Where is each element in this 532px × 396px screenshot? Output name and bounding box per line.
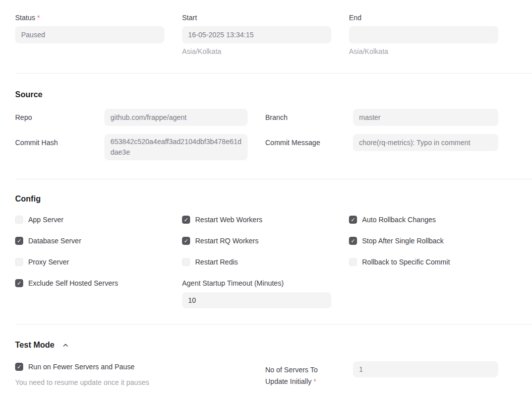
- start-field: Start 16-05-2025 13:34:15 Asia/Kolkata: [182, 14, 331, 55]
- config-heading: Config: [15, 194, 498, 204]
- checkbox-label: Restart Web Workers: [195, 216, 262, 224]
- checkbox-box[interactable]: ✓: [182, 237, 190, 245]
- checkbox-label: Exclude Self Hosted Servers: [28, 279, 118, 287]
- checkbox-box[interactable]: ✓: [349, 258, 357, 266]
- start-input[interactable]: 16-05-2025 13:34:15: [182, 26, 331, 43]
- branch-field: Branch master: [265, 109, 498, 126]
- commit-hash-input[interactable]: 653842c520a4eaff3ad2104dbf3b478e61ddae3e: [104, 134, 248, 160]
- run-on-fewer-servers-field: ✓ Run on Fewer Servers and Pause You nee…: [15, 361, 248, 387]
- config-column-2: ✓ Restart Web Workers ✓ Restart RQ Worke…: [182, 216, 331, 308]
- required-asterisk: *: [314, 377, 316, 385]
- checkbox-label: Proxy Server: [28, 258, 69, 266]
- required-asterisk: *: [37, 14, 40, 22]
- status-label: Status*: [15, 14, 164, 22]
- repo-label: Repo: [15, 109, 104, 126]
- agent-startup-timeout-input[interactable]: 10: [182, 292, 331, 308]
- check-icon: ✓: [17, 364, 21, 370]
- checkbox-box[interactable]: ✓: [15, 258, 23, 266]
- checkbox-restart-rq-workers[interactable]: ✓ Restart RQ Workers: [182, 237, 331, 245]
- checkbox-rollback-to-specific-commit[interactable]: ✓ Rollback to Specific Commit: [349, 258, 498, 266]
- source-section: Source Repo github.com/frappe/agent Bran…: [15, 90, 498, 160]
- test-mode-heading-label: Test Mode: [15, 340, 54, 350]
- checkbox-label: Restart Redis: [195, 258, 238, 266]
- checkbox-label: Run on Fewer Servers and Pause: [28, 363, 135, 371]
- branch-input[interactable]: master: [353, 109, 498, 126]
- run-on-fewer-servers-description: You need to resume update once it pauses: [15, 378, 248, 386]
- checkbox-stop-after-single-rollback[interactable]: ✓ Stop After Single Rollback: [349, 237, 498, 245]
- source-heading: Source: [15, 90, 498, 99]
- checkbox-label: Restart RQ Workers: [195, 237, 259, 245]
- servers-to-update-label: No of Servers To Update Initially*: [265, 361, 353, 387]
- commit-message-label: Commit Message: [265, 134, 353, 151]
- checkbox-exclude-self-hosted-servers[interactable]: ✓ Exclude Self Hosted Servers: [15, 279, 164, 287]
- start-timezone: Asia/Kolkata: [182, 47, 331, 55]
- start-label: Start: [182, 14, 331, 22]
- check-icon: ✓: [184, 238, 188, 244]
- checkbox-box[interactable]: ✓: [15, 363, 23, 371]
- commit-hash-label: Commit Hash: [15, 134, 104, 151]
- divider: [15, 179, 532, 179]
- checkbox-app-server[interactable]: ✓ App Server: [15, 216, 164, 224]
- repo-input[interactable]: github.com/frappe/agent: [104, 109, 248, 126]
- end-input[interactable]: [349, 26, 498, 43]
- checkbox-box[interactable]: ✓: [15, 279, 23, 287]
- checkbox-proxy-server[interactable]: ✓ Proxy Server: [15, 258, 164, 266]
- test-mode-section: Test Mode ✓ Run on Fewer Servers and Pau…: [15, 340, 498, 387]
- check-icon: ✓: [17, 281, 21, 286]
- end-timezone: Asia/Kolkata: [349, 47, 498, 55]
- checkbox-box[interactable]: ✓: [349, 237, 357, 245]
- config-column-1: ✓ App Server ✓ Database Server ✓ Proxy S…: [15, 216, 164, 300]
- update-details-panel: Status* Paused Start 16-05-2025 13:34:15…: [0, 0, 532, 387]
- checkbox-restart-web-workers[interactable]: ✓ Restart Web Workers: [182, 216, 331, 224]
- checkbox-restart-redis[interactable]: ✓ Restart Redis: [182, 258, 331, 266]
- commit-hash-field: Commit Hash 653842c520a4eaff3ad2104dbf3b…: [15, 134, 248, 160]
- commit-message-input[interactable]: chore(rq-metrics): Typo in comment: [353, 134, 498, 151]
- agent-startup-timeout-label: Agent Startup Timeout (Minutes): [182, 279, 331, 287]
- checkbox-box[interactable]: ✓: [349, 216, 357, 224]
- check-icon: ✓: [17, 238, 21, 244]
- test-mode-heading[interactable]: Test Mode: [15, 340, 498, 350]
- servers-to-update-field: No of Servers To Update Initially* 1: [265, 361, 498, 387]
- commit-message-field: Commit Message chore(rq-metrics): Typo i…: [265, 134, 498, 160]
- checkbox-auto-rollback-changes[interactable]: ✓ Auto Rollback Changes: [349, 216, 498, 224]
- checkbox-box[interactable]: ✓: [15, 237, 23, 245]
- checkbox-label: Auto Rollback Changes: [362, 216, 436, 224]
- end-label: End: [349, 14, 498, 22]
- servers-to-update-input[interactable]: 1: [353, 361, 498, 377]
- checkbox-label: Stop After Single Rollback: [362, 237, 444, 245]
- check-icon: ✓: [350, 217, 355, 223]
- checkbox-label: App Server: [28, 216, 64, 224]
- checkbox-run-on-fewer-servers-and-pause[interactable]: ✓ Run on Fewer Servers and Pause: [15, 361, 248, 371]
- divider: [15, 73, 532, 74]
- schedule-section: Status* Paused Start 16-05-2025 13:34:15…: [15, 14, 498, 55]
- checkbox-database-server[interactable]: ✓ Database Server: [15, 237, 164, 245]
- agent-startup-timeout-field: Agent Startup Timeout (Minutes) 10: [182, 279, 331, 308]
- checkbox-box[interactable]: ✓: [182, 258, 190, 266]
- repo-field: Repo github.com/frappe/agent: [15, 109, 248, 126]
- config-column-3: ✓ Auto Rollback Changes ✓ Stop After Sin…: [349, 216, 498, 279]
- check-icon: ✓: [350, 238, 355, 244]
- checkbox-box[interactable]: ✓: [15, 216, 23, 224]
- status-input[interactable]: Paused: [15, 26, 164, 43]
- check-icon: ✓: [184, 217, 188, 223]
- divider: [15, 324, 532, 324]
- branch-label: Branch: [265, 109, 353, 126]
- chevron-up-icon[interactable]: [62, 342, 69, 349]
- status-field: Status* Paused: [15, 14, 164, 55]
- checkbox-box[interactable]: ✓: [182, 216, 190, 224]
- checkbox-label: Database Server: [28, 237, 81, 245]
- checkbox-label: Rollback to Specific Commit: [362, 258, 450, 266]
- config-section: Config ✓ App Server ✓ Database Server ✓ …: [15, 194, 498, 308]
- end-field: End Asia/Kolkata: [349, 14, 498, 55]
